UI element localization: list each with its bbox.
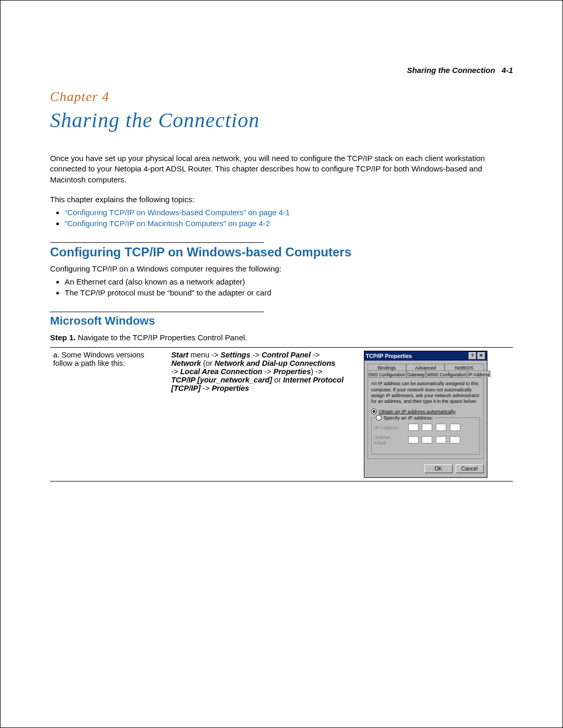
ip-label: IP Address: [375, 425, 405, 430]
dialog-titlebar: TCP/IP Properties ? ✕ [364, 351, 487, 361]
section-heading: Configuring TCP/IP on Windows-based Comp… [50, 245, 513, 260]
tab-dns[interactable]: DNS Configuration [368, 371, 407, 377]
cancel-button[interactable]: Cancel [456, 464, 484, 473]
step-1: Step 1. Navigate to the TCP/IP Propertie… [50, 333, 513, 342]
ok-button[interactable]: OK [424, 464, 452, 473]
section-divider [50, 312, 264, 312]
col-a-cell: a. Some Windows versions follow a path l… [50, 348, 168, 482]
mask-input[interactable]: . . . [408, 436, 460, 443]
help-button[interactable]: ? [469, 352, 476, 360]
tab-ipaddress[interactable]: IP Address [467, 371, 491, 377]
subsection-heading: Microsoft Windows [50, 314, 513, 328]
tab-bindings[interactable]: Bindings [368, 364, 406, 371]
running-page-ref: 4-1 [501, 66, 513, 75]
running-header: Sharing the Connection 4-1 [50, 66, 513, 75]
radio-specify-label: Specify an IP address: [384, 415, 433, 421]
ip-address-field: IP Address: . . . [375, 424, 476, 431]
intro-paragraph-2: This chapter explains the following topi… [50, 194, 513, 205]
tab-wins[interactable]: WINS Configuration [426, 371, 467, 377]
section-divider [50, 242, 264, 243]
radio-auto[interactable]: Obtain an IP address automatically [371, 409, 480, 414]
tcpip-dialog: TCP/IP Properties ? ✕ Bindings Advanced … [364, 351, 487, 478]
step-text: Navigate to the TCP/IP Properties Contro… [78, 333, 247, 342]
ip-input[interactable]: . . . [408, 424, 460, 431]
col-c-cell: TCP/IP Properties ? ✕ Bindings Advanced … [361, 348, 513, 482]
dialog-body: Bindings Advanced NetBIOS DNS Configurat… [364, 361, 487, 477]
radio-dot-icon [371, 409, 377, 414]
dialog-footer: OK Cancel [368, 464, 484, 473]
section1-lead: Configuring TCP/IP on a Windows computer… [50, 264, 513, 274]
subnet-mask-field: Subnet Mask: . . . [375, 434, 476, 446]
xref-link[interactable]: “Configuring TCP/IP on Macintosh Compute… [65, 219, 270, 228]
intro-paragraph-1: Once you have set up your physical local… [50, 153, 513, 185]
list-item: An Ethernet card (also known as a networ… [65, 277, 513, 286]
chapter-title: Sharing the Connection [50, 108, 513, 132]
dialog-panel: An IP address can be automatically assig… [368, 377, 484, 459]
mask-label: Subnet Mask: [375, 434, 405, 446]
step-label: Step 1. [50, 333, 76, 342]
dialog-info-text: An IP address can be automatically assig… [371, 381, 480, 404]
tab-advanced[interactable]: Advanced [406, 364, 445, 371]
list-item: The TCP/IP protocol must be “bound” to t… [65, 288, 513, 297]
col-b-cell: Start menu -> Settings -> Control Panel … [168, 348, 360, 482]
table-row: a. Some Windows versions follow a path l… [50, 348, 513, 482]
close-button[interactable]: ✕ [478, 352, 485, 360]
xref-link[interactable]: “Configuring TCP/IP on Windows-based Com… [65, 208, 290, 217]
chapter-label: Chapter 4 [50, 89, 513, 105]
tabs-row-1: Bindings Advanced NetBIOS [368, 364, 484, 371]
xref-list: “Configuring TCP/IP on Windows-based Com… [50, 208, 513, 228]
tab-netbios[interactable]: NetBIOS [445, 364, 483, 371]
dialog-title-text: TCP/IP Properties [366, 353, 412, 359]
running-title: Sharing the Connection [407, 66, 495, 75]
document-page: Sharing the Connection 4-1 Chapter 4 Sha… [0, 0, 563, 728]
tab-gateway[interactable]: Gateway [407, 371, 426, 377]
specify-group: Specify an IP address: IP Address: . . . [371, 417, 480, 454]
radio-specify[interactable]: Specify an IP address: [375, 415, 434, 421]
tabs-row-2: DNS Configuration Gateway WINS Configura… [368, 371, 484, 377]
radio-auto-label: Obtain an IP address automatically [379, 409, 456, 414]
radio-dot-icon [376, 415, 382, 421]
path-table: a. Some Windows versions follow a path l… [50, 347, 513, 482]
req-list: An Ethernet card (also known as a networ… [50, 277, 513, 297]
